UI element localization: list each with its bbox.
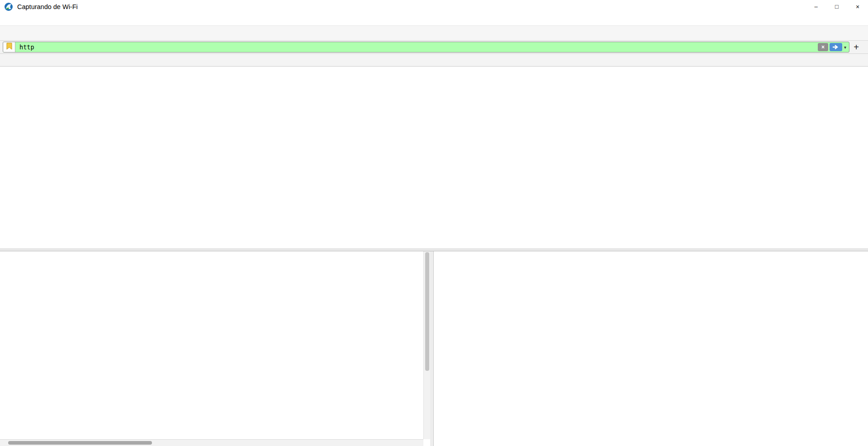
scrollbar-thumb[interactable]: [425, 252, 429, 371]
maximize-button[interactable]: □: [826, 0, 847, 13]
window-title: Capturando de Wi-Fi: [17, 3, 78, 10]
main-toolbar: [0, 25, 868, 41]
filter-dropdown-caret[interactable]: ▾: [844, 45, 846, 50]
filter-clear-button[interactable]: ×: [818, 43, 828, 51]
minimize-icon: –: [814, 3, 817, 10]
wireshark-window: Capturando de Wi-Fi – □ × http × ▾: [0, 0, 868, 446]
maximize-icon: □: [835, 3, 839, 10]
vertical-splitter[interactable]: [430, 251, 433, 446]
close-icon: ×: [856, 3, 859, 10]
bookmark-icon: [6, 43, 12, 52]
wireshark-logo-icon: [4, 2, 13, 11]
details-horizontal-scrollbar[interactable]: [0, 439, 423, 446]
details-vertical-scrollbar[interactable]: [423, 251, 430, 439]
filter-bar: http × ▾ +: [0, 41, 868, 54]
filter-controls: × ▾: [818, 42, 847, 52]
packet-details-pane: [0, 251, 423, 439]
packet-list-header: [0, 54, 868, 67]
packet-list-rows: [0, 67, 868, 249]
apply-arrow-icon: [832, 43, 840, 51]
packet-list-pane: [0, 54, 868, 249]
scrollbar-thumb[interactable]: [8, 441, 152, 445]
filter-apply-button[interactable]: [830, 43, 842, 51]
packet-bytes-pane: [433, 251, 868, 446]
clear-filter-icon: ×: [821, 44, 825, 50]
close-button[interactable]: ×: [847, 0, 868, 13]
filter-text: http: [19, 43, 34, 51]
title-bar: Capturando de Wi-Fi – □ ×: [0, 0, 868, 13]
minimize-button[interactable]: –: [806, 0, 826, 13]
filter-bookmark-button[interactable]: [3, 42, 15, 52]
window-controls: – □ ×: [806, 0, 868, 13]
menu-bar: [0, 13, 868, 25]
bottom-panes: [0, 251, 868, 446]
add-filter-button[interactable]: +: [849, 42, 863, 53]
display-filter-input[interactable]: http × ▾: [3, 42, 849, 53]
